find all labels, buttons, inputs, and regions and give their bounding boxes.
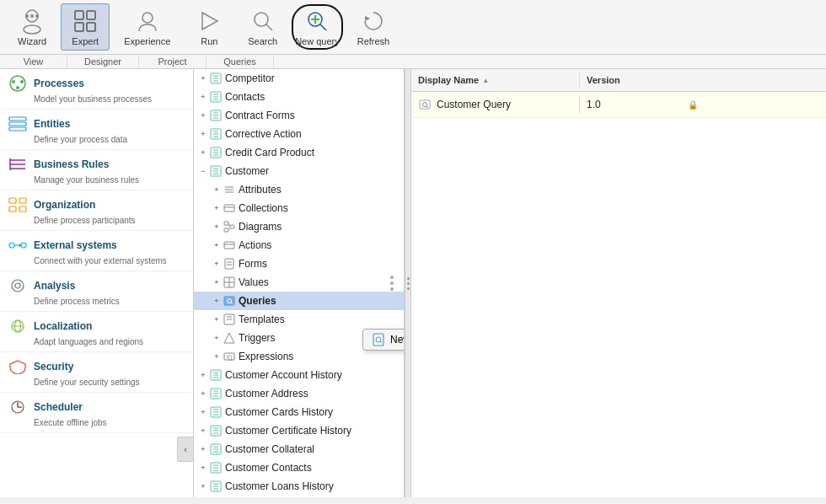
expand-queries[interactable]: + bbox=[211, 295, 223, 307]
expand-clh[interactable]: + bbox=[197, 480, 209, 492]
expand-contacts[interactable]: + bbox=[197, 91, 209, 103]
triggers-icon bbox=[223, 331, 236, 345]
section-designer: Designer bbox=[67, 55, 139, 68]
new-query-button[interactable]: New query bbox=[292, 4, 343, 50]
entity-icon-contacts bbox=[209, 90, 223, 104]
sort-arrow-display-name: ▲ bbox=[482, 77, 489, 84]
templates-icon bbox=[223, 313, 236, 326]
tree-item-customer-collateral[interactable]: + Customer Collateral bbox=[194, 440, 404, 458]
expand-customer[interactable]: − bbox=[197, 165, 209, 177]
svg-rect-74 bbox=[224, 222, 228, 225]
tree-item-values[interactable]: + Values bbox=[194, 273, 404, 292]
svg-point-21 bbox=[16, 86, 19, 89]
sidebar-item-scheduler[interactable]: Scheduler Execute offline jobs bbox=[0, 393, 193, 433]
tree-label-corrective-action: Corrective Action bbox=[225, 128, 302, 140]
tree-item-forms[interactable]: + Forms bbox=[194, 255, 404, 273]
tree-item-customer-certificate-history[interactable]: + Customer Certificate History bbox=[194, 421, 404, 440]
wizard-button[interactable]: Wizard bbox=[7, 3, 57, 51]
tree-item-contacts[interactable]: + Contacts bbox=[194, 88, 404, 106]
tree-item-customer-loans-history[interactable]: + Customer Loans History bbox=[194, 477, 404, 496]
expand-ca[interactable]: + bbox=[197, 388, 209, 399]
tree-item-corrective-action[interactable]: + Corrective Action bbox=[194, 125, 404, 143]
tree-label-queries: Queries bbox=[239, 295, 276, 307]
expand-attributes[interactable]: + bbox=[211, 184, 223, 196]
tree-item-attributes[interactable]: + Attributes bbox=[194, 180, 404, 199]
sidebar-item-processes[interactable]: Processes Model your business processes bbox=[0, 69, 193, 110]
sidebar-item-organization[interactable]: Organization Define process participants bbox=[0, 190, 193, 231]
svg-point-37 bbox=[12, 280, 24, 292]
tree-item-diagrams[interactable]: + Diagrams bbox=[194, 217, 404, 236]
expand-ccol[interactable]: + bbox=[197, 443, 209, 455]
expand-competitor[interactable]: + bbox=[197, 72, 209, 84]
tree-label-customer: Customer bbox=[225, 165, 269, 177]
entities-subtitle: Define your process data bbox=[8, 135, 186, 144]
svg-rect-29 bbox=[9, 198, 16, 203]
scheduler-title: Scheduler bbox=[34, 401, 83, 413]
entity-icon-cch bbox=[209, 405, 223, 419]
sidebar-collapse-button[interactable]: ‹ bbox=[177, 437, 194, 462]
expand-cceh[interactable]: + bbox=[197, 425, 209, 437]
processes-subtitle: Model your business processes bbox=[8, 94, 186, 104]
tree-item-customer-contacts[interactable]: + Customer Contacts bbox=[194, 458, 404, 477]
svg-point-33 bbox=[9, 243, 14, 248]
queries-icon bbox=[223, 294, 236, 308]
table-row[interactable]: Customer Query 1.0 🔒 bbox=[411, 92, 826, 118]
panel-resize-handle[interactable] bbox=[405, 69, 411, 497]
search-label: Search bbox=[248, 36, 277, 46]
tree-label-credit-card-product: Credit Card Product bbox=[225, 147, 314, 158]
col-header-display-name[interactable]: Display Name ▲ bbox=[411, 72, 580, 88]
tree-item-contract-forms[interactable]: + Contract Forms bbox=[194, 106, 404, 125]
expressions-icon: f() bbox=[223, 350, 236, 363]
svg-rect-30 bbox=[19, 198, 26, 203]
expand-triggers[interactable]: + bbox=[211, 332, 223, 344]
expand-contract-forms[interactable]: + bbox=[197, 110, 209, 121]
expand-collections[interactable]: + bbox=[211, 202, 223, 214]
tree-item-competitor[interactable]: + Competitor bbox=[194, 69, 404, 88]
svg-rect-6 bbox=[87, 11, 95, 19]
tree-item-templates[interactable]: + Templates bbox=[194, 310, 404, 329]
expand-values[interactable]: + bbox=[211, 276, 223, 288]
sidebar-item-security[interactable]: Security Define your security settings bbox=[0, 352, 193, 393]
lock-icon: 🔒 bbox=[688, 100, 698, 110]
expand-actions[interactable]: + bbox=[211, 239, 223, 251]
search-button[interactable]: Search bbox=[237, 3, 288, 51]
expert-button[interactable]: Expert bbox=[61, 3, 110, 51]
sidebar-item-business-rules[interactable]: Business Rules Manage your business rule… bbox=[0, 150, 193, 190]
tree-item-customer-address[interactable]: + Customer Address bbox=[194, 384, 404, 403]
expand-ccon[interactable]: + bbox=[197, 462, 209, 474]
business-rules-title: Business Rules bbox=[34, 158, 109, 170]
expand-templates[interactable]: + bbox=[211, 314, 223, 325]
section-view: View bbox=[0, 55, 67, 68]
run-button[interactable]: Run bbox=[185, 3, 233, 51]
expand-credit-card-product[interactable]: + bbox=[197, 147, 209, 158]
experience-button[interactable]: Experience bbox=[113, 3, 181, 51]
tree-item-queries[interactable]: + Queries bbox=[194, 292, 404, 310]
expand-corrective-action[interactable]: + bbox=[197, 128, 209, 140]
run-icon bbox=[196, 8, 223, 35]
localization-title: Localization bbox=[34, 320, 92, 332]
expand-cch[interactable]: + bbox=[197, 406, 209, 418]
context-menu-icon bbox=[372, 333, 385, 346]
refresh-button[interactable]: Refresh bbox=[346, 3, 401, 51]
expand-forms[interactable]: + bbox=[211, 258, 223, 270]
expand-expressions[interactable]: + bbox=[211, 351, 223, 362]
svg-rect-72 bbox=[224, 205, 234, 212]
sidebar-item-localization[interactable]: Localization Adapt languages and regions bbox=[0, 312, 193, 352]
expand-diagrams[interactable]: + bbox=[211, 221, 223, 233]
business-rules-icon bbox=[8, 155, 27, 174]
entity-icon-competitor bbox=[209, 72, 223, 85]
tree-item-actions[interactable]: + Actions bbox=[194, 236, 404, 255]
sidebar-item-entities[interactable]: Entities Define your process data bbox=[0, 110, 193, 150]
expand-cah[interactable]: + bbox=[197, 369, 209, 381]
sidebar-item-analysis[interactable]: Analysis Define process metrics bbox=[0, 271, 193, 312]
context-menu[interactable]: New query bbox=[362, 329, 405, 351]
analysis-icon bbox=[8, 276, 27, 295]
tree-item-collections[interactable]: + Collections bbox=[194, 199, 404, 217]
col-header-version[interactable]: Version bbox=[580, 72, 681, 88]
tree-item-customer[interactable]: − Customer bbox=[194, 162, 404, 180]
tree-item-customer-account-history[interactable]: + Customer Account History bbox=[194, 366, 404, 384]
sidebar-item-external-systems[interactable]: External systems Connect with your exter… bbox=[0, 231, 193, 271]
cell-display-name: Customer Query bbox=[411, 95, 580, 114]
tree-item-credit-card-product[interactable]: + Credit Card Product bbox=[194, 143, 404, 162]
tree-item-customer-cards-history[interactable]: + Customer Cards History bbox=[194, 403, 404, 421]
